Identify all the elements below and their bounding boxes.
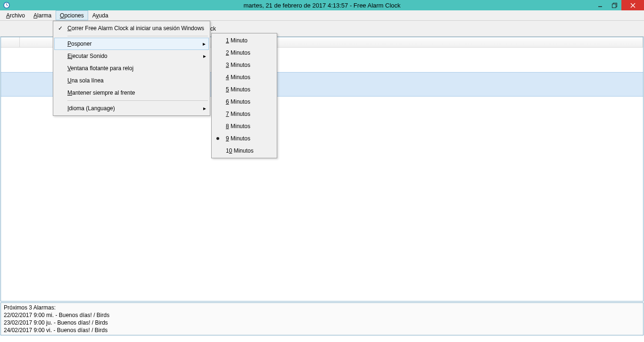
menu-ayuda[interactable]: Ayuda — [88, 10, 113, 20]
opt-ejecutar-sonido[interactable]: Ejecutar Sonido ▸ — [54, 50, 209, 62]
snooze-10min[interactable]: 10 Minutos — [213, 145, 276, 157]
submenu-arrow-icon: ▸ — [203, 105, 206, 112]
opt-mantener-frente[interactable]: Mantener siempre al frente — [54, 87, 209, 99]
status-alarm-3: 24/02/2017 9:00 vi. - Buenos días! / Bir… — [4, 326, 640, 334]
menu-opciones[interactable]: Opciones — [56, 10, 88, 20]
snooze-2min[interactable]: 2 Minutos — [213, 47, 276, 59]
svg-rect-5 — [612, 4, 616, 8]
snooze-9min[interactable]: 9 Minutos — [213, 132, 276, 145]
opt-ventana-flotante[interactable]: Ventana flotante para reloj — [54, 62, 209, 74]
close-button[interactable] — [621, 0, 644, 10]
menu-archivo[interactable]: Archivo — [2, 10, 29, 20]
opciones-dropdown: ✓ Correr Free Alarm Clock al iniciar una… — [53, 21, 210, 116]
status-panel: Próximos 3 Alarmas: 22/02/2017 9:00 mi. … — [0, 302, 644, 335]
status-header: Próximos 3 Alarmas: — [4, 304, 640, 311]
posponer-dropdown: 1 Minuto 2 Minutos 3 Minutos 4 Minutos 5… — [211, 33, 277, 158]
check-icon: ✓ — [57, 25, 64, 32]
opt-run-startup[interactable]: ✓ Correr Free Alarm Clock al iniciar una… — [54, 22, 209, 34]
opt-posponer[interactable]: Posponer ▸ — [54, 38, 209, 50]
menubar: Archivo Alarma Opciones Ayuda — [0, 10, 644, 21]
maximize-button[interactable] — [607, 0, 621, 10]
col-1[interactable] — [1, 37, 20, 47]
status-alarm-1: 22/02/2017 9:00 mi. - Buenos días! / Bir… — [4, 311, 640, 319]
snooze-3min[interactable]: 3 Minutos — [213, 59, 276, 71]
window-controls — [593, 0, 644, 10]
submenu-arrow-icon: ▸ — [203, 53, 206, 59]
menu-separator — [67, 100, 208, 101]
app-icon — [3, 1, 10, 9]
radio-dot-icon — [216, 137, 219, 140]
menu-separator — [67, 36, 208, 36]
snooze-4min[interactable]: 4 Minutos — [213, 71, 276, 83]
titlebar: martes, 21 de febrero de 2017 4:13:57 - … — [0, 0, 644, 10]
opt-idioma[interactable]: Idioma (Language) ▸ — [54, 102, 209, 114]
menu-alarma[interactable]: Alarma — [29, 10, 56, 20]
opt-una-sola-linea[interactable]: Una sola línea — [54, 74, 209, 87]
status-alarm-2: 23/02/2017 9:00 ju. - Buenos días! / Bir… — [4, 319, 640, 326]
snooze-6min[interactable]: 6 Minutos — [213, 96, 276, 108]
snooze-8min[interactable]: 8 Minutos — [213, 120, 276, 132]
snooze-1min[interactable]: 1 Minuto — [213, 34, 276, 47]
snooze-7min[interactable]: 7 Minutos — [213, 108, 276, 120]
snooze-5min[interactable]: 5 Minutos — [213, 83, 276, 96]
submenu-arrow-icon: ▸ — [203, 41, 206, 47]
window-title: martes, 21 de febrero de 2017 4:13:57 - … — [243, 2, 400, 9]
minimize-button[interactable] — [593, 0, 607, 10]
